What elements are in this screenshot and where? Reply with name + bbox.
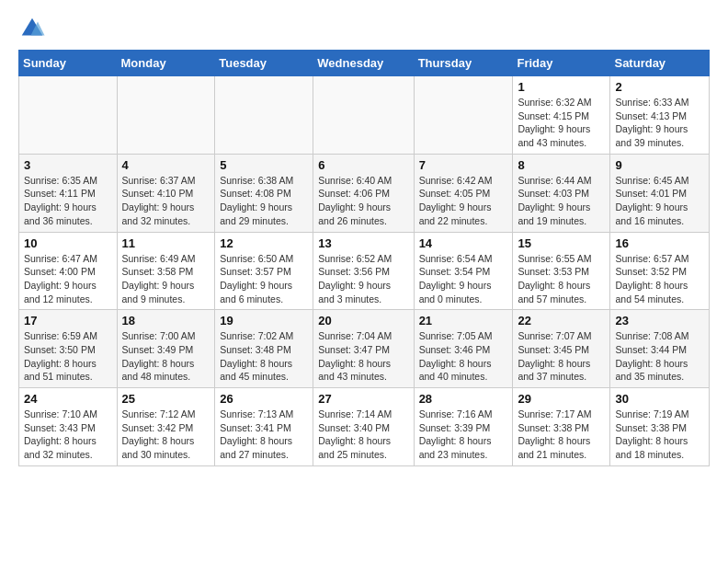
day-info: Sunrise: 7:07 AM Sunset: 3:45 PM Dayligh…: [518, 329, 605, 384]
day-number: 11: [122, 236, 210, 250]
day-number: 8: [518, 158, 605, 172]
day-number: 13: [318, 236, 408, 250]
calendar-cell: 2Sunrise: 6:33 AM Sunset: 4:13 PM Daylig…: [610, 76, 710, 155]
day-number: 1: [518, 80, 605, 94]
dow-header: Tuesday: [215, 51, 313, 76]
calendar: SundayMondayTuesdayWednesdayThursdayFrid…: [18, 50, 710, 466]
calendar-cell: 3Sunrise: 6:35 AM Sunset: 4:11 PM Daylig…: [19, 154, 118, 232]
day-number: 20: [318, 314, 408, 327]
day-info: Sunrise: 6:45 AM Sunset: 4:01 PM Dayligh…: [615, 174, 704, 228]
calendar-cell: 7Sunrise: 6:42 AM Sunset: 4:05 PM Daylig…: [414, 154, 513, 232]
calendar-cell: [414, 76, 513, 155]
day-info: Sunrise: 7:14 AM Sunset: 3:40 PM Dayligh…: [318, 408, 408, 462]
day-info: Sunrise: 6:57 AM Sunset: 3:52 PM Dayligh…: [615, 252, 704, 306]
dow-header: Thursday: [414, 51, 513, 76]
calendar-cell: 23Sunrise: 7:08 AM Sunset: 3:44 PM Dayli…: [610, 310, 710, 388]
day-number: 26: [220, 392, 308, 406]
day-info: Sunrise: 7:05 AM Sunset: 3:46 PM Dayligh…: [419, 329, 508, 384]
calendar-body: 1Sunrise: 6:32 AM Sunset: 4:15 PM Daylig…: [19, 76, 710, 466]
day-info: Sunrise: 7:00 AM Sunset: 3:49 PM Dayligh…: [122, 329, 210, 384]
day-info: Sunrise: 6:44 AM Sunset: 4:03 PM Dayligh…: [518, 174, 605, 228]
calendar-cell: 13Sunrise: 6:52 AM Sunset: 3:56 PM Dayli…: [313, 232, 414, 310]
day-number: 6: [318, 158, 408, 172]
days-of-week-row: SundayMondayTuesdayWednesdayThursdayFrid…: [19, 51, 710, 76]
dow-header: Monday: [117, 51, 215, 76]
calendar-cell: 5Sunrise: 6:38 AM Sunset: 4:08 PM Daylig…: [215, 154, 313, 232]
calendar-cell: 17Sunrise: 6:59 AM Sunset: 3:50 PM Dayli…: [19, 310, 118, 388]
day-number: 18: [122, 314, 210, 327]
calendar-week-row: 3Sunrise: 6:35 AM Sunset: 4:11 PM Daylig…: [19, 154, 710, 232]
day-info: Sunrise: 7:13 AM Sunset: 3:41 PM Dayligh…: [220, 408, 308, 462]
day-info: Sunrise: 6:40 AM Sunset: 4:06 PM Dayligh…: [318, 174, 408, 228]
day-info: Sunrise: 6:49 AM Sunset: 3:58 PM Dayligh…: [122, 252, 210, 306]
calendar-cell: 8Sunrise: 6:44 AM Sunset: 4:03 PM Daylig…: [513, 154, 610, 232]
day-info: Sunrise: 6:55 AM Sunset: 3:53 PM Dayligh…: [518, 252, 605, 306]
day-number: 29: [518, 392, 605, 406]
day-info: Sunrise: 7:17 AM Sunset: 3:38 PM Dayligh…: [518, 408, 605, 462]
calendar-cell: 26Sunrise: 7:13 AM Sunset: 3:41 PM Dayli…: [215, 388, 313, 466]
day-number: 2: [615, 80, 704, 94]
calendar-cell: 18Sunrise: 7:00 AM Sunset: 3:49 PM Dayli…: [117, 310, 215, 388]
day-info: Sunrise: 6:47 AM Sunset: 4:00 PM Dayligh…: [24, 252, 112, 306]
day-info: Sunrise: 6:38 AM Sunset: 4:08 PM Dayligh…: [220, 174, 308, 228]
day-info: Sunrise: 7:10 AM Sunset: 3:43 PM Dayligh…: [24, 408, 112, 462]
day-info: Sunrise: 6:33 AM Sunset: 4:13 PM Dayligh…: [615, 96, 704, 150]
calendar-cell: 9Sunrise: 6:45 AM Sunset: 4:01 PM Daylig…: [610, 154, 710, 232]
day-info: Sunrise: 6:35 AM Sunset: 4:11 PM Dayligh…: [24, 174, 112, 228]
day-number: 5: [220, 158, 308, 172]
day-number: 27: [318, 392, 408, 406]
day-number: 9: [615, 158, 704, 172]
calendar-cell: 25Sunrise: 7:12 AM Sunset: 3:42 PM Dayli…: [117, 388, 215, 466]
logo: [18, 15, 50, 42]
calendar-cell: 16Sunrise: 6:57 AM Sunset: 3:52 PM Dayli…: [610, 232, 710, 310]
calendar-week-row: 1Sunrise: 6:32 AM Sunset: 4:15 PM Daylig…: [19, 76, 710, 155]
calendar-cell: 4Sunrise: 6:37 AM Sunset: 4:10 PM Daylig…: [117, 154, 215, 232]
calendar-cell: 19Sunrise: 7:02 AM Sunset: 3:48 PM Dayli…: [215, 310, 313, 388]
calendar-cell: 21Sunrise: 7:05 AM Sunset: 3:46 PM Dayli…: [414, 310, 513, 388]
day-number: 23: [615, 314, 704, 327]
day-info: Sunrise: 6:52 AM Sunset: 3:56 PM Dayligh…: [318, 252, 408, 306]
calendar-cell: 15Sunrise: 6:55 AM Sunset: 3:53 PM Dayli…: [513, 232, 610, 310]
day-info: Sunrise: 6:50 AM Sunset: 3:57 PM Dayligh…: [220, 252, 308, 306]
day-number: 21: [419, 314, 508, 327]
calendar-week-row: 17Sunrise: 6:59 AM Sunset: 3:50 PM Dayli…: [19, 310, 710, 388]
day-number: 19: [220, 314, 308, 327]
calendar-cell: 27Sunrise: 7:14 AM Sunset: 3:40 PM Dayli…: [313, 388, 414, 466]
calendar-week-row: 24Sunrise: 7:10 AM Sunset: 3:43 PM Dayli…: [19, 388, 710, 466]
calendar-cell: 24Sunrise: 7:10 AM Sunset: 3:43 PM Dayli…: [19, 388, 118, 466]
calendar-cell: 12Sunrise: 6:50 AM Sunset: 3:57 PM Dayli…: [215, 232, 313, 310]
day-info: Sunrise: 7:12 AM Sunset: 3:42 PM Dayligh…: [122, 408, 210, 462]
day-number: 25: [122, 392, 210, 406]
calendar-cell: 11Sunrise: 6:49 AM Sunset: 3:58 PM Dayli…: [117, 232, 215, 310]
calendar-cell: [117, 76, 215, 155]
header: [18, 15, 710, 42]
day-number: 16: [615, 236, 704, 250]
day-number: 24: [24, 392, 112, 406]
day-info: Sunrise: 6:32 AM Sunset: 4:15 PM Dayligh…: [518, 96, 605, 150]
calendar-cell: [19, 76, 118, 155]
calendar-cell: 28Sunrise: 7:16 AM Sunset: 3:39 PM Dayli…: [414, 388, 513, 466]
day-number: 28: [419, 392, 508, 406]
day-info: Sunrise: 7:04 AM Sunset: 3:47 PM Dayligh…: [318, 329, 408, 384]
day-number: 12: [220, 236, 308, 250]
dow-header: Saturday: [610, 51, 710, 76]
day-info: Sunrise: 7:19 AM Sunset: 3:38 PM Dayligh…: [615, 408, 704, 462]
calendar-cell: 20Sunrise: 7:04 AM Sunset: 3:47 PM Dayli…: [313, 310, 414, 388]
calendar-cell: [215, 76, 313, 155]
calendar-cell: 6Sunrise: 6:40 AM Sunset: 4:06 PM Daylig…: [313, 154, 414, 232]
day-number: 3: [24, 158, 112, 172]
day-info: Sunrise: 6:59 AM Sunset: 3:50 PM Dayligh…: [24, 329, 112, 384]
dow-header: Sunday: [19, 51, 118, 76]
day-info: Sunrise: 7:08 AM Sunset: 3:44 PM Dayligh…: [615, 329, 704, 384]
calendar-cell: 10Sunrise: 6:47 AM Sunset: 4:00 PM Dayli…: [19, 232, 118, 310]
logo-icon: [18, 15, 46, 42]
day-info: Sunrise: 6:42 AM Sunset: 4:05 PM Dayligh…: [419, 174, 508, 228]
day-number: 4: [122, 158, 210, 172]
day-number: 14: [419, 236, 508, 250]
day-number: 10: [24, 236, 112, 250]
day-info: Sunrise: 6:37 AM Sunset: 4:10 PM Dayligh…: [122, 174, 210, 228]
dow-header: Friday: [513, 51, 610, 76]
day-number: 7: [419, 158, 508, 172]
dow-header: Wednesday: [313, 51, 414, 76]
calendar-cell: 14Sunrise: 6:54 AM Sunset: 3:54 PM Dayli…: [414, 232, 513, 310]
